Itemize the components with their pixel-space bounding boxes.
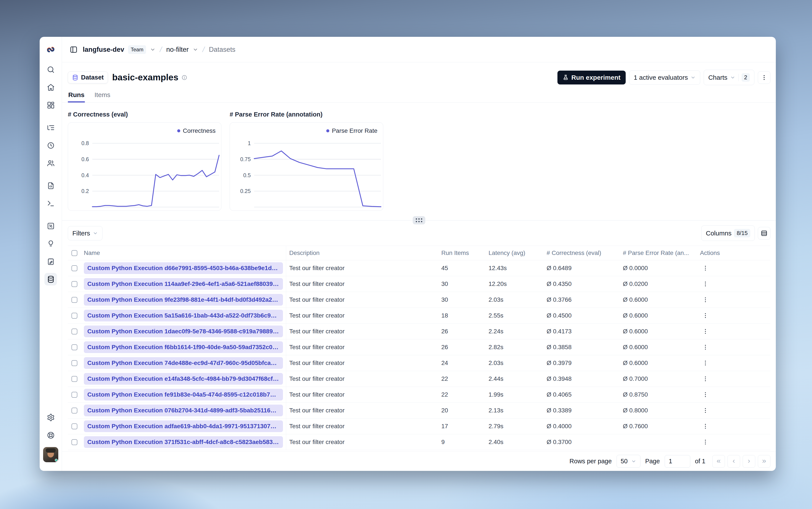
sidebar-item-dashboard[interactable]	[44, 99, 57, 111]
sidebar-item-sessions[interactable]	[44, 139, 57, 151]
rows-per-page-select[interactable]: 50	[617, 455, 640, 468]
run-name-link[interactable]: Custom Python Execution 114aa9ef-29e6-4e…	[84, 278, 283, 290]
sidebar-item-tracing[interactable]	[44, 121, 57, 134]
svg-text:0.2: 0.2	[81, 188, 89, 194]
sidebar-bottom-nav	[44, 411, 57, 441]
header-more-actions-button[interactable]	[758, 71, 770, 84]
chevron-down-icon[interactable]	[150, 47, 156, 53]
column-header-latency[interactable]: Latency (avg)	[485, 249, 544, 257]
run-name-link[interactable]: Custom Python Execution f6bb1614-1f90-40…	[84, 341, 283, 353]
row-actions-button[interactable]	[700, 358, 711, 368]
run-name-link[interactable]: Custom Python Execution e14fa348-5cfc-49…	[84, 373, 283, 385]
row-checkbox[interactable]	[71, 281, 77, 287]
row-actions-button[interactable]	[700, 405, 711, 416]
run-name-link[interactable]: Custom Python Execution 371f531c-abff-4d…	[84, 436, 283, 448]
tab-bar: Runs Items	[68, 91, 770, 102]
sidebar-item-home[interactable]	[44, 81, 57, 94]
row-select-cell	[68, 313, 81, 318]
row-checkbox[interactable]	[71, 297, 77, 303]
breadcrumb-project[interactable]: langfuse-dev	[83, 46, 124, 54]
sidebar-item-prompts[interactable]	[44, 179, 57, 192]
select-all-checkbox[interactable]	[71, 250, 77, 256]
row-actions-button[interactable]	[700, 310, 711, 321]
charts-toggle-button[interactable]: Charts 2	[704, 70, 754, 85]
row-actions-button[interactable]	[700, 278, 711, 290]
previous-page-button[interactable]: ‹	[728, 455, 740, 468]
run-name-link[interactable]: Custom Python Execution 9fe23f98-881e-44…	[84, 294, 283, 306]
row-actions-button[interactable]	[700, 326, 711, 337]
run-name-link[interactable]: Custom Python Execution d66e7991-8595-45…	[84, 262, 283, 274]
run-name-link[interactable]: Custom Python Execution 076b2704-341d-48…	[84, 405, 283, 416]
row-checkbox[interactable]	[71, 360, 77, 366]
run-name-link[interactable]: Custom Python Execution 5a15a616-1bab-44…	[84, 310, 283, 321]
row-checkbox[interactable]	[71, 265, 77, 271]
column-header-name[interactable]: Name	[81, 246, 286, 260]
user-avatar[interactable]	[43, 447, 58, 462]
sidebar-item-playground[interactable]	[44, 197, 57, 210]
row-actions-button[interactable]	[700, 294, 711, 305]
page-number-input[interactable]	[665, 455, 690, 468]
run-name-link[interactable]: Custom Python Execution adfae619-abb0-4d…	[84, 420, 283, 432]
kebab-menu-icon	[702, 297, 709, 303]
column-header-correctness[interactable]: # Correctness (eval)	[544, 249, 620, 257]
run-name-link[interactable]: Custom Python Execution 74de488e-ec9d-47…	[84, 357, 283, 369]
last-page-button[interactable]: »	[758, 455, 770, 468]
row-checkbox[interactable]	[71, 344, 77, 350]
row-checkbox[interactable]	[71, 329, 77, 334]
info-icon[interactable]	[181, 74, 188, 80]
run-name-link[interactable]: Custom Python Execution 1daec0f9-5e78-43…	[84, 326, 283, 337]
sidebar-toggle-icon[interactable]	[68, 44, 79, 55]
row-actions-button[interactable]	[700, 373, 711, 384]
active-evaluators-button[interactable]: 1 active evaluators	[629, 70, 700, 85]
row-checkbox[interactable]	[71, 376, 77, 382]
columns-button[interactable]: Columns 8/15	[701, 226, 755, 241]
sidebar	[40, 37, 62, 471]
tab-items[interactable]: Items	[95, 91, 110, 102]
row-checkbox[interactable]	[71, 439, 77, 445]
breadcrumb-section[interactable]: Datasets	[209, 46, 235, 54]
tab-runs[interactable]: Runs	[68, 91, 84, 102]
row-actions-button[interactable]	[700, 342, 711, 352]
sidebar-item-datasets[interactable]	[44, 273, 57, 285]
column-header-description[interactable]: Description	[286, 249, 438, 257]
evaluation-icon	[47, 222, 55, 230]
row-actions-button[interactable]	[700, 437, 711, 447]
kebab-menu-icon	[702, 265, 709, 271]
filters-button[interactable]: Filters	[68, 226, 102, 240]
row-checkbox[interactable]	[71, 313, 77, 318]
sidebar-item-support[interactable]	[44, 429, 57, 441]
row-checkbox[interactable]	[71, 423, 77, 429]
sidebar-item-search[interactable]	[44, 63, 57, 76]
charts-count-badge: 2	[742, 73, 750, 82]
columns-count-badge: 8/15	[734, 229, 750, 237]
column-header-run-items[interactable]: Run Items	[438, 249, 485, 257]
chevron-down-icon[interactable]	[193, 47, 198, 53]
row-height-button[interactable]	[758, 227, 770, 240]
row-select-cell	[68, 423, 81, 429]
first-page-button[interactable]: «	[712, 455, 725, 468]
actions-cell	[697, 263, 770, 274]
row-actions-button[interactable]	[700, 421, 711, 432]
annotation-icon	[47, 258, 55, 266]
sidebar-item-users[interactable]	[44, 157, 57, 169]
svg-text:0.75: 0.75	[240, 156, 251, 162]
row-checkbox[interactable]	[71, 392, 77, 398]
breadcrumb-environment[interactable]: no-filter	[166, 46, 189, 54]
row-checkbox[interactable]	[71, 408, 77, 413]
chart-legend: Correctness	[177, 127, 215, 134]
row-actions-button[interactable]	[700, 389, 711, 400]
sidebar-item-suggestions[interactable]	[44, 237, 57, 250]
run-experiment-button[interactable]: Run experiment	[557, 71, 626, 84]
resize-grip-handle[interactable]	[413, 216, 425, 225]
description-cell: Test our filter creator	[286, 391, 438, 398]
sidebar-item-settings[interactable]	[44, 411, 57, 423]
next-page-button[interactable]: ›	[743, 455, 755, 468]
run-name-link[interactable]: Custom Python Execution fe91b83e-04a5-47…	[84, 389, 283, 401]
runs-table: Name Description Run Items Latency (avg)…	[68, 246, 770, 450]
row-actions-button[interactable]	[700, 263, 711, 274]
sidebar-item-annotation[interactable]	[44, 255, 57, 268]
column-header-parse-error-rate[interactable]: # Parse Error Rate (an...	[620, 249, 697, 257]
chevron-down-icon	[631, 459, 636, 464]
sidebar-item-evaluation[interactable]	[44, 219, 57, 232]
chevron-down-icon	[690, 75, 696, 80]
